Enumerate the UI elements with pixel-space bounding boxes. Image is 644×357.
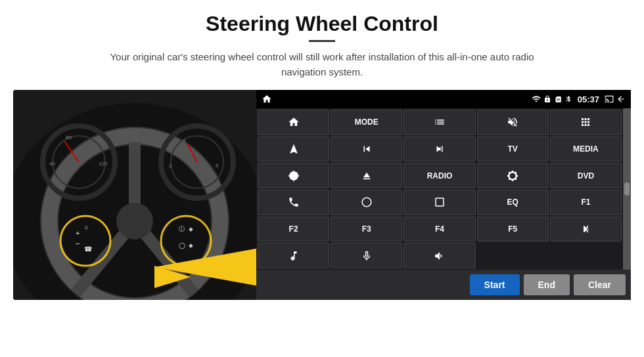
bottom-bar: Start End Clear — [256, 270, 631, 300]
svg-text:80: 80 — [66, 135, 72, 140]
svg-text:◯: ◯ — [179, 242, 185, 249]
svg-text:4: 4 — [183, 138, 186, 144]
btn-f5[interactable]: F5 — [477, 217, 549, 242]
sim-icon — [554, 95, 562, 103]
btn-mic[interactable] — [331, 243, 402, 268]
clear-button[interactable]: Clear — [574, 274, 626, 295]
status-time: 05:37 — [578, 94, 599, 104]
btn-eject[interactable] — [331, 163, 402, 188]
btn-tv[interactable]: TV — [477, 136, 549, 162]
svg-text:2: 2 — [169, 163, 172, 169]
btn-circle[interactable] — [331, 190, 402, 215]
btn-apps[interactable] — [550, 110, 622, 135]
btn-list[interactable] — [403, 110, 475, 135]
home-status-icon — [262, 94, 272, 104]
btn-brightness[interactable] — [477, 163, 549, 188]
svg-point-7 — [116, 203, 153, 240]
title-divider — [309, 40, 335, 42]
btn-phone[interactable] — [258, 190, 329, 215]
content-area: + ♫ − ☎ ⓘ ◈ ◯ ◈ 80 40 120 4 2 — [13, 90, 631, 300]
btn-prev[interactable] — [331, 136, 402, 162]
scroll-nub[interactable] — [623, 108, 631, 270]
btn-f3[interactable]: F3 — [331, 217, 402, 242]
status-left — [262, 94, 272, 104]
btn-navigate[interactable] — [258, 136, 329, 162]
radio-panel: 05:37 — [256, 90, 631, 300]
btn-playpause[interactable] — [550, 217, 622, 242]
lock-icon — [543, 95, 551, 103]
btn-next[interactable] — [403, 136, 475, 162]
btn-mute[interactable] — [477, 110, 549, 135]
steering-wheel-image: + ♫ − ☎ ⓘ ◈ ◯ ◈ 80 40 120 4 2 — [13, 90, 256, 300]
wifi-icon — [532, 94, 541, 104]
status-right: 05:37 — [532, 94, 626, 104]
bluetooth-icon — [564, 95, 572, 103]
status-bar: 05:37 — [256, 90, 631, 108]
page-wrapper: Steering Wheel Control Your original car… — [0, 0, 644, 357]
svg-text:◈: ◈ — [189, 226, 193, 232]
page-subtitle: Your original car's steering wheel contr… — [92, 50, 552, 79]
back-icon — [616, 94, 626, 104]
btn-dvd[interactable]: DVD — [550, 163, 622, 188]
buttons-grid: MODE — [256, 108, 623, 270]
btn-f4[interactable]: F4 — [403, 217, 475, 242]
btn-mode[interactable]: MODE — [331, 110, 402, 135]
svg-text:ⓘ: ⓘ — [179, 226, 185, 232]
btn-f2[interactable]: F2 — [258, 217, 329, 242]
btn-eq[interactable]: EQ — [477, 190, 549, 215]
start-button[interactable]: Start — [470, 274, 520, 295]
btn-home[interactable] — [258, 110, 329, 135]
btn-rectangle[interactable] — [403, 190, 475, 215]
svg-text:6: 6 — [216, 163, 219, 169]
btn-f1[interactable]: F1 — [550, 190, 622, 215]
svg-text:+: + — [76, 229, 80, 237]
scroll-nub-inner — [624, 182, 630, 196]
btn-music[interactable] — [258, 243, 329, 268]
svg-text:◈: ◈ — [189, 242, 193, 249]
btn-media[interactable]: MEDIA — [550, 136, 622, 162]
cast-icon — [605, 94, 614, 104]
svg-text:☎: ☎ — [84, 245, 92, 253]
svg-text:♫: ♫ — [84, 224, 88, 230]
svg-text:−: − — [76, 240, 80, 247]
svg-text:40: 40 — [49, 161, 55, 167]
btn-radio[interactable]: RADIO — [403, 163, 475, 188]
end-button[interactable]: End — [524, 274, 570, 295]
panel-with-scroll: MODE — [256, 108, 631, 270]
btn-vol[interactable] — [403, 243, 475, 268]
page-title: Steering Wheel Control — [206, 12, 438, 36]
btn-camera360[interactable] — [258, 163, 329, 188]
svg-text:120: 120 — [99, 161, 108, 167]
